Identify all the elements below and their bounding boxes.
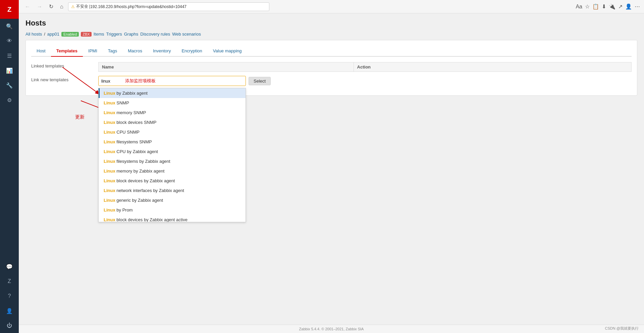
- sidebar-icon-wrench[interactable]: 🔧: [0, 78, 19, 93]
- page-content: Hosts All hosts / app01 Enabled ZBX Item…: [19, 13, 644, 325]
- breadcrumb: All hosts / app01 Enabled ZBX Items Trig…: [25, 32, 637, 37]
- col-action: Action: [354, 62, 631, 72]
- linked-templates-label: Linked templates: [31, 62, 98, 68]
- breadcrumb-discovery[interactable]: Discovery rules: [140, 32, 170, 37]
- page-title: Hosts: [25, 19, 637, 28]
- browser-bar: ← → ↻ ⌂ ⚠ 不安全 | 192.168.220.9/hosts.php?…: [19, 0, 644, 13]
- link-input-row: 添加监控项模板 Select: [98, 76, 632, 86]
- sidebar: Z 🔍 👁 ☰ 📊 🔧 ⚙ 💬 Z ? 👤 ⏻: [0, 0, 19, 333]
- breadcrumb-host[interactable]: app01: [47, 32, 59, 37]
- col-name: Name: [99, 62, 354, 72]
- more-icon[interactable]: ⋯: [635, 3, 640, 10]
- dropdown-item[interactable]: Linux network interfaces by Zabbix agent: [99, 186, 246, 195]
- dropdown-item[interactable]: Linux memory by Zabbix agent: [99, 166, 246, 176]
- bookmark-icon[interactable]: ☆: [585, 3, 590, 10]
- browser-actions: Aa ☆ 📋 ⬇ 🔌 ↗ 👤 ⋯: [576, 3, 640, 10]
- dropdown-list[interactable]: Linux by Zabbix agentLinux SNMPLinux mem…: [98, 88, 246, 222]
- tab-ipmi[interactable]: IPMI: [83, 46, 103, 57]
- dropdown-item[interactable]: Linux filesystems by Zabbix agent: [99, 156, 246, 166]
- footer-text: Zabbix 5.4.4. © 2001–2021, Zabbix SIA: [299, 327, 364, 331]
- profile-icon[interactable]: 👤: [625, 3, 632, 10]
- sidebar-icon-help[interactable]: ?: [0, 289, 19, 303]
- sidebar-icon-search[interactable]: 🔍: [0, 19, 19, 34]
- breadcrumb-all-hosts[interactable]: All hosts: [25, 32, 42, 37]
- dropdown-item[interactable]: Linux filesystems SNMP: [99, 137, 246, 147]
- sidebar-icon-settings[interactable]: ⚙: [0, 93, 19, 107]
- footer: Zabbix 5.4.4. © 2001–2021, Zabbix SIA CS…: [19, 325, 644, 333]
- badge-zbx: ZBX: [81, 32, 91, 37]
- tab-inventory[interactable]: Inventory: [148, 46, 176, 57]
- dropdown-item[interactable]: Linux memory SNMP: [99, 108, 246, 117]
- tab-tags[interactable]: Tags: [103, 46, 122, 57]
- sidebar-logo: Z: [0, 0, 19, 19]
- form-tabs: Host Templates IPMI Tags Macros Inventor…: [31, 46, 632, 57]
- dropdown-item[interactable]: Linux block devices SNMP: [99, 117, 246, 127]
- breadcrumb-web[interactable]: Web scenarios: [172, 32, 201, 37]
- linked-templates-row: Linked templates Name Action: [31, 62, 632, 72]
- sidebar-icon-zabbix[interactable]: Z: [0, 274, 19, 289]
- tab-templates[interactable]: Templates: [51, 46, 83, 57]
- warning-icon: ⚠: [71, 4, 75, 9]
- dropdown-item[interactable]: Linux SNMP: [99, 98, 246, 108]
- link-templates-input[interactable]: [98, 76, 246, 86]
- breadcrumb-triggers[interactable]: Triggers: [106, 32, 122, 37]
- home-button[interactable]: ⌂: [58, 3, 65, 10]
- tab-value-mapping[interactable]: Value mapping: [208, 46, 247, 57]
- extension-icon[interactable]: 🔌: [609, 3, 615, 10]
- breadcrumb-sep: /: [44, 32, 45, 37]
- dropdown-item[interactable]: Linux generic by Zabbix agent: [99, 195, 246, 205]
- dropdown-item[interactable]: Linux CPU SNMP: [99, 127, 246, 137]
- link-new-label: Link new templates: [31, 76, 98, 82]
- sidebar-icon-dashboard[interactable]: 📊: [0, 63, 19, 78]
- linked-templates-table: Name Action: [98, 62, 632, 72]
- address-text: 不安全 |: [76, 4, 90, 9]
- dropdown-item[interactable]: Linux block devices by Zabbix agent: [99, 176, 246, 186]
- translate-icon[interactable]: Aa: [576, 4, 582, 10]
- tab-encryption[interactable]: Encryption: [176, 46, 207, 57]
- sidebar-icon-power[interactable]: ⏻: [0, 318, 19, 333]
- tab-host[interactable]: Host: [31, 46, 51, 57]
- linked-templates-control: Name Action: [98, 62, 632, 72]
- breadcrumb-graphs[interactable]: Graphs: [124, 32, 139, 37]
- watermark: CSDN @我就要执行: [605, 326, 639, 331]
- dropdown-item[interactable]: Linux CPU by Zabbix agent: [99, 147, 246, 156]
- update-annotation: 更新: [75, 114, 85, 120]
- sidebar-icon-menu[interactable]: ☰: [0, 48, 19, 63]
- dropdown-item[interactable]: Linux by Prom: [99, 205, 246, 215]
- back-button[interactable]: ←: [23, 3, 32, 10]
- collections-icon[interactable]: 📋: [592, 3, 599, 10]
- share-icon[interactable]: ↗: [618, 3, 623, 10]
- forward-button[interactable]: →: [35, 3, 44, 10]
- sidebar-icon-eye[interactable]: 👁: [0, 34, 19, 48]
- dropdown-item[interactable]: Linux block devices by Zabbix agent acti…: [99, 215, 246, 222]
- download-icon[interactable]: ⬇: [602, 3, 606, 10]
- url-text: 192.168.220.9/hosts.php?form=update&host…: [90, 4, 186, 9]
- tab-macros[interactable]: Macros: [122, 46, 148, 57]
- sidebar-icon-user[interactable]: 👤: [0, 303, 19, 318]
- address-bar[interactable]: ⚠ 不安全 | 192.168.220.9/hosts.php?form=upd…: [68, 2, 269, 11]
- dropdown-item[interactable]: Linux by Zabbix agent: [99, 88, 246, 98]
- breadcrumb-items[interactable]: Items: [94, 32, 104, 37]
- reload-button[interactable]: ↻: [47, 3, 55, 10]
- form-card: Host Templates IPMI Tags Macros Inventor…: [25, 40, 637, 96]
- link-new-control: 添加监控项模板 Select Linux by Zabbix agentLinu…: [98, 76, 632, 86]
- link-new-row: Link new templates 添加监控项模板 Select Linux …: [31, 76, 632, 86]
- badge-enabled: Enabled: [61, 32, 79, 37]
- sidebar-icon-support[interactable]: 💬: [0, 259, 19, 274]
- select-button[interactable]: Select: [249, 77, 271, 85]
